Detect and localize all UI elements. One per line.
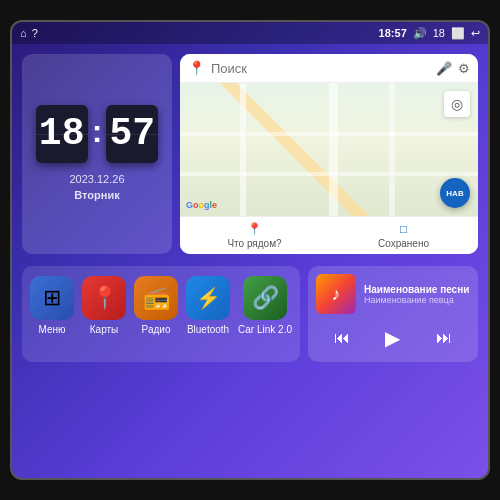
app-label-radio: Радио: [142, 324, 171, 335]
music-next-button[interactable]: ⏭: [428, 325, 460, 351]
app-grid: ⊞ Меню 📍 Карты 📻 Радио: [30, 276, 292, 335]
device-frame: ⌂ ? 18:57 🔊 18 ⬜ ↩ 18 : 57 2023.12.26 Вт…: [10, 20, 490, 480]
carlink-icon: 🔗: [252, 285, 279, 311]
app-icon-bluetooth: ⚡: [186, 276, 230, 320]
location-icon: ◎: [451, 96, 463, 112]
signal-strength: 18: [433, 27, 445, 39]
bottom-section: ⊞ Меню 📍 Карты 📻 Радио: [12, 260, 488, 372]
map-area: Google ◎ НАВ: [180, 83, 478, 216]
clock-widget: 18 : 57 2023.12.26 Вторник: [22, 54, 172, 254]
music-avatar: ♪: [316, 274, 356, 314]
main-content: 18 : 57 2023.12.26 Вторник 📍 🎤 ⚙: [12, 44, 488, 478]
music-title: Наименование песни: [364, 284, 470, 295]
map-pin-icon: 📍: [188, 60, 205, 76]
app-icon-menu: ⊞: [30, 276, 74, 320]
clock-colon: :: [92, 113, 103, 150]
map-search-bar: 📍 🎤 ⚙: [180, 54, 478, 83]
home-icon[interactable]: ⌂: [20, 27, 27, 39]
flip-clock: 18 : 57: [36, 105, 159, 163]
radio-icon: 📻: [143, 285, 170, 311]
map-widget: 📍 🎤 ⚙ Google ◎ НАВ: [180, 54, 478, 254]
app-icon-carlink: 🔗: [243, 276, 287, 320]
map-tab-nearby[interactable]: 📍 Что рядом?: [180, 217, 329, 254]
map-search-input[interactable]: [211, 61, 430, 76]
status-left-icons: ⌂ ?: [20, 27, 38, 39]
nav-label: НАВ: [446, 189, 463, 198]
clock-date: 2023.12.26 Вторник: [69, 171, 124, 204]
app-item-menu[interactable]: ⊞ Меню: [30, 276, 74, 335]
music-text: Наименование песни Наименование певца: [364, 284, 470, 305]
volume-icon: 🔊: [413, 27, 427, 40]
map-mic-icon[interactable]: 🎤: [436, 61, 452, 76]
music-info: ♪ Наименование песни Наименование певца: [316, 274, 470, 314]
gps-icon[interactable]: ?: [32, 27, 38, 39]
clock-day-name: Вторник: [69, 187, 124, 204]
top-section: 18 : 57 2023.12.26 Вторник 📍 🎤 ⚙: [12, 44, 488, 260]
bluetooth-icon: ⚡: [196, 286, 221, 310]
maps-icon: 📍: [91, 285, 118, 311]
app-label-menu: Меню: [38, 324, 65, 335]
app-label-bluetooth: Bluetooth: [187, 324, 229, 335]
menu-icon: ⊞: [43, 285, 61, 311]
map-tab-nearby-label: Что рядом?: [227, 238, 281, 249]
app-icon-maps: 📍: [82, 276, 126, 320]
google-logo: Google: [186, 200, 217, 210]
app-item-radio[interactable]: 📻 Радио: [134, 276, 178, 335]
back-icon[interactable]: ↩: [471, 27, 480, 40]
app-label-maps: Карты: [90, 324, 119, 335]
map-gear-icon[interactable]: ⚙: [458, 61, 470, 76]
app-item-maps[interactable]: 📍 Карты: [82, 276, 126, 335]
music-prev-button[interactable]: ⏮: [326, 325, 358, 351]
clock-date-value: 2023.12.26: [69, 171, 124, 188]
status-bar: ⌂ ? 18:57 🔊 18 ⬜ ↩: [12, 22, 488, 44]
battery-icon: ⬜: [451, 27, 465, 40]
app-item-bluetooth[interactable]: ⚡ Bluetooth: [186, 276, 230, 335]
music-avatar-icon: ♪: [332, 284, 341, 305]
map-bottom-tabs: 📍 Что рядом? □ Сохранено: [180, 216, 478, 254]
music-play-button[interactable]: ▶: [377, 322, 408, 354]
nearby-icon: 📍: [247, 222, 262, 236]
clock-hours: 18: [36, 105, 88, 163]
status-time: 18:57: [379, 27, 407, 39]
app-item-carlink[interactable]: 🔗 Car Link 2.0: [238, 276, 292, 335]
clock-minutes: 57: [106, 105, 158, 163]
map-tab-saved[interactable]: □ Сохранено: [329, 217, 478, 254]
map-location-button[interactable]: ◎: [444, 91, 470, 117]
app-grid-container: ⊞ Меню 📍 Карты 📻 Радио: [22, 266, 300, 362]
music-artist: Наименование певца: [364, 295, 470, 305]
app-icon-radio: 📻: [134, 276, 178, 320]
music-widget: ♪ Наименование песни Наименование певца …: [308, 266, 478, 362]
app-label-carlink: Car Link 2.0: [238, 324, 292, 335]
music-controls: ⏮ ▶ ⏭: [316, 322, 470, 354]
saved-icon: □: [400, 222, 407, 236]
map-nav-button[interactable]: НАВ: [440, 178, 470, 208]
map-tab-saved-label: Сохранено: [378, 238, 429, 249]
